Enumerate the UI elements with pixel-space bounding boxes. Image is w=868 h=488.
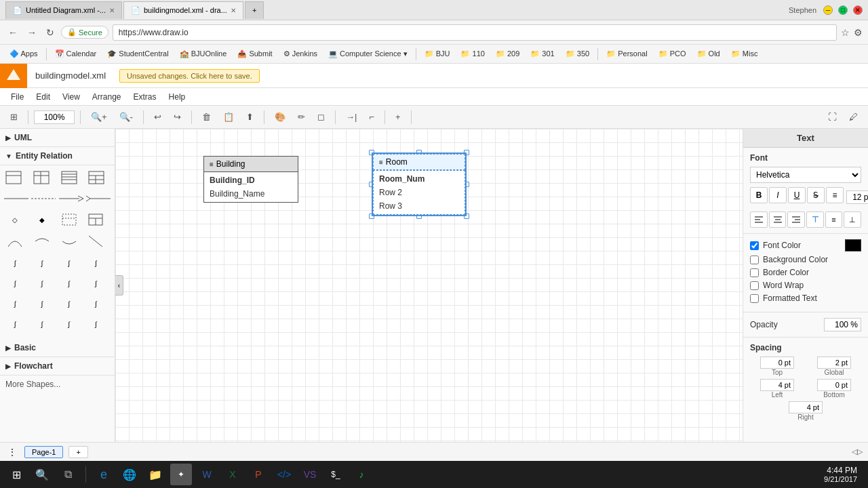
terminal-btn[interactable]: $_ — [325, 464, 347, 485]
chrome-btn[interactable]: 🌐 — [119, 464, 140, 485]
mc-4[interactable]: ∫ — [85, 253, 106, 272]
section-flowchart[interactable]: ▶ Flowchart — [0, 357, 115, 375]
menu-view[interactable]: View — [57, 90, 85, 104]
redo-btn[interactable]: ↪ — [169, 109, 186, 125]
border-color-checkbox[interactable] — [750, 268, 759, 277]
section-basic[interactable]: ▶ Basic — [0, 339, 115, 357]
bookmark-bjuonline[interactable]: 🏫 BJUOnline — [176, 48, 231, 60]
bookmark-old[interactable]: 📁 Old — [693, 48, 724, 60]
curve-3[interactable] — [58, 232, 80, 251]
bookmark-apps[interactable]: 🔷 Apps — [5, 48, 42, 60]
conn-3[interactable] — [59, 192, 83, 205]
mc-15[interactable]: ∫ — [58, 314, 80, 333]
more-shapes-btn[interactable]: More Shapes... — [0, 375, 115, 393]
extensions-icon[interactable]: ⚙ — [854, 27, 863, 38]
bookmark-350[interactable]: 📁 350 — [561, 48, 593, 60]
shape-dotted-box[interactable] — [58, 210, 80, 229]
spacing-global-input[interactable] — [817, 357, 851, 369]
mc-5[interactable]: ∫ — [4, 274, 26, 293]
shape-table-2[interactable] — [31, 168, 52, 187]
bookmark-bju[interactable]: 📁 BJU — [420, 48, 454, 60]
bookmark-studentcentral[interactable]: 🎓 StudentCentral — [103, 48, 172, 60]
italic-btn[interactable]: I — [769, 187, 787, 203]
page-menu-btn[interactable]: ⋮ — [5, 447, 19, 457]
spacing-right-input[interactable] — [789, 401, 823, 413]
bookmark-cs[interactable]: 💻 Computer Science ▾ — [324, 48, 412, 60]
task-view-btn[interactable]: ⧉ — [57, 464, 79, 485]
section-uml[interactable]: ▶ UML — [0, 129, 115, 147]
menu-extras[interactable]: Extras — [128, 90, 162, 104]
minimize-btn[interactable]: ─ — [823, 5, 833, 15]
menu-arrange[interactable]: Arrange — [87, 90, 127, 104]
mc-16[interactable]: ∫ — [85, 314, 106, 333]
tab-untitled[interactable]: 📄 Untitled Diagram.xml -... ✕ — [5, 1, 122, 19]
page-tab-1[interactable]: Page-1 — [24, 446, 63, 458]
line-btn[interactable]: ✏ — [293, 109, 310, 125]
curve-1[interactable] — [4, 232, 26, 251]
undo-btn[interactable]: ↩ — [149, 109, 166, 125]
explorer-btn[interactable]: 📁 — [144, 464, 166, 485]
to-front-btn[interactable]: ⬆ — [241, 109, 258, 125]
back-btn[interactable]: ← — [5, 26, 20, 39]
tab-new[interactable]: + — [245, 1, 264, 19]
mc-6[interactable]: ∫ — [31, 274, 53, 293]
mc-13[interactable]: ∫ — [4, 314, 26, 333]
room-table[interactable]: ≡ Room Room_Num Row 2 Row 3 — [372, 152, 467, 216]
mc-8[interactable]: ∫ — [85, 274, 106, 293]
curve-4[interactable] — [85, 232, 106, 251]
bookmark-personal[interactable]: 📁 Personal — [602, 48, 651, 60]
mc-2[interactable]: ∫ — [31, 253, 53, 272]
add-page-btn[interactable]: + — [68, 446, 87, 458]
left-collapse-btn[interactable]: ‹ — [115, 275, 123, 296]
copy-btn[interactable]: 📋 — [218, 109, 239, 125]
building-table[interactable]: ≡ Building Building_ID Building_Name — [203, 156, 298, 203]
bookmark-209[interactable]: 📁 209 — [492, 48, 524, 60]
section-entity-relation[interactable]: ▼ Entity Relation — [0, 147, 115, 165]
canvas[interactable]: ≡ Building Building_ID Building_Name ≡ — [115, 129, 743, 442]
font-select[interactable]: Helvetica — [750, 167, 861, 183]
curve-2[interactable] — [31, 232, 53, 251]
music-btn[interactable]: ♪ — [351, 464, 372, 485]
fullscreen-btn[interactable]: ⛶ — [823, 109, 842, 125]
align-left-btn[interactable] — [750, 211, 768, 228]
conn-4[interactable] — [86, 192, 111, 205]
bookmark-pco[interactable]: 📁 PCO — [654, 48, 690, 60]
align-right-btn[interactable] — [787, 211, 805, 228]
forward-btn[interactable]: → — [24, 26, 39, 39]
bookmark-star-icon[interactable]: ☆ — [841, 27, 850, 38]
delete-btn[interactable]: 🗑 — [197, 109, 216, 125]
tab-close-building[interactable]: ✕ — [231, 7, 236, 14]
bg-color-checkbox[interactable] — [750, 256, 759, 264]
bookmark-calendar[interactable]: 📅 Calendar — [51, 48, 101, 60]
spacing-top-input[interactable] — [760, 357, 794, 369]
shape-table-4[interactable] — [85, 168, 107, 187]
conn-1[interactable] — [4, 192, 28, 205]
connector-btn[interactable]: →| — [341, 109, 361, 125]
valign-top-btn[interactable]: ⊤ — [806, 211, 824, 228]
opacity-input[interactable] — [824, 318, 861, 331]
valign-bot-btn[interactable]: ⊥ — [844, 211, 861, 228]
shape-solid-box[interactable] — [85, 210, 106, 229]
drawio-taskbar-btn[interactable]: ✦ — [170, 464, 192, 485]
zoom-in-btn[interactable]: 🔍+ — [86, 109, 112, 125]
insert-btn[interactable]: + — [391, 109, 406, 125]
shape-table[interactable] — [3, 168, 24, 187]
url-bar[interactable]: https://www.draw.io — [113, 24, 837, 41]
mc-12[interactable]: ∫ — [85, 294, 106, 313]
start-btn[interactable]: ⊞ — [5, 464, 27, 485]
spacing-left-input[interactable] — [760, 379, 794, 391]
conn-2[interactable] — [31, 192, 56, 205]
font-color-checkbox[interactable] — [750, 241, 759, 250]
shape-diamond[interactable]: ◇ — [4, 210, 26, 229]
align-center-btn[interactable] — [769, 211, 787, 228]
waypoint-btn[interactable]: ⌐ — [364, 109, 379, 125]
mc-11[interactable]: ∫ — [58, 294, 80, 313]
shape-table-3[interactable] — [58, 168, 80, 187]
mc-7[interactable]: ∫ — [58, 274, 80, 293]
shape-diamond-2[interactable]: ◆ — [31, 210, 53, 229]
zoom-out-btn[interactable]: 🔍- — [115, 109, 138, 125]
mc-1[interactable]: ∫ — [4, 253, 26, 272]
refresh-btn[interactable]: ↻ — [43, 26, 57, 39]
mc-14[interactable]: ∫ — [31, 314, 53, 333]
tab-close-untitled[interactable]: ✕ — [109, 7, 115, 14]
